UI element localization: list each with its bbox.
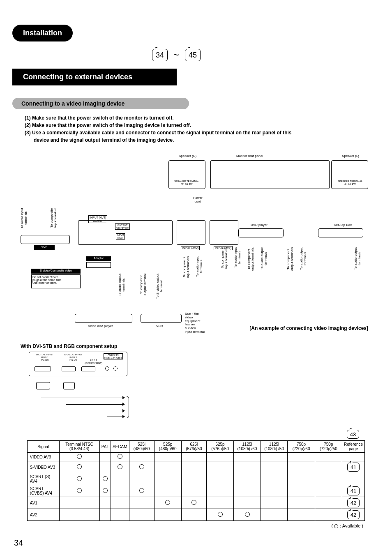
label-do-not-connect: Do not connect bothplugs at the same tim… — [31, 274, 81, 288]
label-to-composite-output: To compositeoutput terminal — [140, 274, 147, 295]
available-icon — [191, 500, 196, 505]
available-icon — [77, 488, 82, 493]
cell — [154, 509, 181, 521]
th-1125i-60: 1125i (1080i) /60 — [234, 441, 261, 453]
section-bar: Connecting to external devices — [12, 69, 177, 85]
label-to-audio-input-1: To audio inputterminals — [21, 208, 28, 228]
available-icon — [139, 488, 144, 493]
label-video-disc-player: Video disc player — [88, 325, 113, 328]
main-diagram: Speaker (R) Monitor rear panel Speaker (… — [21, 154, 371, 335]
table-row: SCART (S) AV4 — [27, 473, 364, 485]
cell — [99, 509, 111, 521]
cell — [315, 485, 342, 497]
cell — [261, 485, 288, 497]
label-to-audio-input-3: To audio inputterminals — [234, 247, 242, 268]
row-label: AV2 — [27, 509, 59, 521]
label-svideo-composite: S-video/Composite video — [31, 269, 81, 274]
label-to-component-output-2: To componentoutput terminals — [287, 247, 294, 271]
page-ref-43: 43 — [347, 430, 359, 439]
th-secam: SECAM — [111, 441, 129, 453]
cell — [59, 497, 99, 509]
page-ref-43-row: 43 — [12, 430, 359, 439]
row-label: SCART (CVBS) AV4 — [27, 485, 59, 497]
cell — [288, 473, 315, 485]
table-row: VIDEO AV3 — [27, 453, 364, 461]
label-to-audio-input-2: To audio inputterminals — [196, 256, 203, 277]
cell — [206, 453, 233, 461]
label-to-component-input-2: To componentinput terminals — [221, 247, 228, 269]
cell — [99, 497, 111, 509]
cell — [129, 509, 154, 521]
cell — [154, 461, 181, 473]
label-use-if-svideo: Use if thevideoequipmenthas anS videoinp… — [185, 312, 210, 334]
cell — [181, 461, 206, 473]
cell — [315, 509, 342, 521]
table-row: S-VIDEO AV341 — [27, 461, 364, 473]
available-icon — [103, 476, 108, 481]
cell — [288, 497, 315, 509]
page-ref-cell: 42 — [347, 498, 360, 507]
cell — [261, 497, 288, 509]
cell — [234, 461, 261, 473]
cell — [181, 497, 206, 509]
cell — [59, 509, 99, 521]
cell: 42 — [342, 509, 365, 521]
th-signal: Signal — [27, 441, 59, 453]
cell — [234, 509, 261, 521]
cell — [181, 509, 206, 521]
cell — [99, 473, 111, 485]
instruction-2: (2) Make sure that the power switch of t… — [25, 122, 367, 129]
label-rear-panel: Monitor rear panel — [236, 154, 263, 158]
cell — [315, 453, 342, 461]
page-ref-to: 45 — [185, 49, 201, 61]
cell — [181, 485, 206, 497]
cell — [111, 509, 129, 521]
available-icon — [103, 488, 108, 493]
cell — [181, 453, 206, 461]
cell — [111, 473, 129, 485]
label-vcr: VCR — [34, 245, 55, 250]
label-input-av2: INPUT (AV2) — [181, 246, 200, 250]
tilde: ~ — [173, 49, 179, 61]
cell — [342, 453, 365, 461]
label-speaker-term-r: SPEAKER TERMINAL(R) 6Ω 2W — [174, 180, 199, 185]
th-1125i-50: 1125i (1080i) /50 — [261, 441, 288, 453]
cell — [111, 461, 129, 473]
th-625p: 625p (576p)/50 — [206, 441, 233, 453]
row-label: SCART (S) AV4 — [27, 473, 59, 485]
legend-avail-icon — [334, 524, 338, 528]
th-750p-60: 750p (720p)/60 — [288, 441, 315, 453]
available-icon — [245, 512, 250, 517]
row-label: VIDEO AV3 — [27, 453, 59, 461]
available-icon — [139, 464, 144, 469]
page-ref-from: 34 — [152, 49, 168, 61]
cell — [99, 485, 111, 497]
cell — [206, 473, 233, 485]
available-icon — [218, 512, 223, 517]
cell — [181, 473, 206, 485]
cell — [206, 461, 233, 473]
instructions: (1) Make sure that the power switch of t… — [12, 114, 380, 150]
label-to-audio-output-2: To audio outputterminals — [261, 247, 268, 270]
page-range-row: 34 ~ 45 — [152, 49, 380, 61]
label-audio-in-small: AUDIO INRGB 1,2/RGB 3 — [104, 353, 123, 359]
label-power-cord: Powercord — [193, 196, 203, 204]
cell — [111, 497, 129, 509]
label-to-audio-output-3: To audio outputterminals — [300, 247, 307, 270]
table-row: AV242 — [27, 509, 364, 521]
label-to-component-output-1: To componentoutput terminals — [247, 247, 255, 271]
label-to-audio-output-4: To audio outputterminals — [354, 247, 362, 270]
cell — [129, 473, 154, 485]
row-label: S-VIDEO AV3 — [27, 461, 59, 473]
cell — [129, 485, 154, 497]
cell — [59, 473, 99, 485]
table-header-row: Signal Terminal NTSC (3.58/4.43) PAL SEC… — [27, 441, 364, 453]
cell — [99, 461, 111, 473]
available-icon — [165, 500, 170, 505]
page-ref-cell: 41 — [347, 486, 360, 495]
instruction-3a: (3) Use a commercially available cable a… — [25, 129, 367, 136]
row-label: AV1 — [27, 497, 59, 509]
small-diagram: DIGITAL INPUTRGB 1PC (D) ANALOG INPUTRGB… — [29, 352, 131, 421]
legend: ( : Available ) — [12, 523, 363, 528]
label-to-audio-output-1: To audio outputterminals — [118, 274, 126, 296]
